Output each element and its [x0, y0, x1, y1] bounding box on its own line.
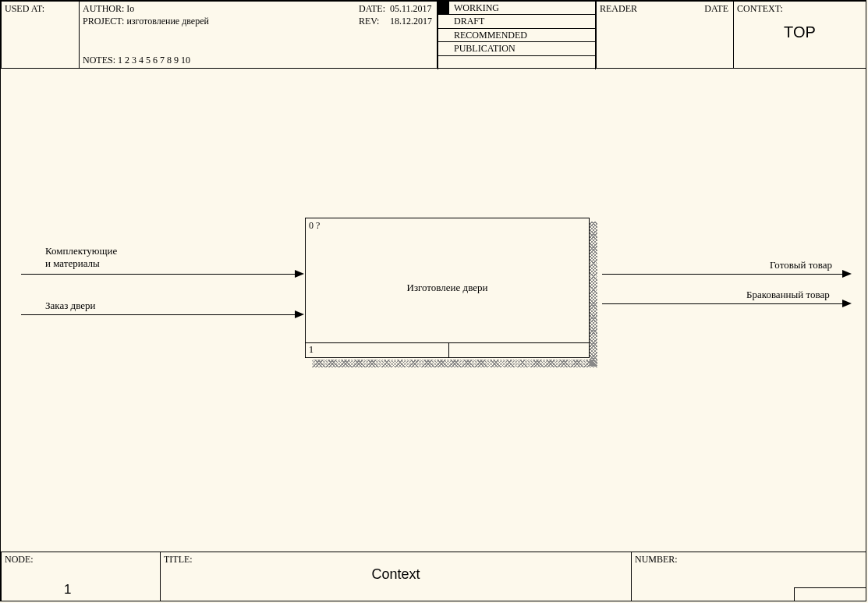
- context-value: TOP: [734, 23, 866, 41]
- output-arrow-2-line: [602, 303, 844, 304]
- activity-bottom-id: 1: [306, 343, 449, 357]
- diagram-canvas: 0 ? Изготовлеие двери 1 Комплектующие и …: [2, 69, 865, 549]
- output-arrow-2-head: [842, 300, 852, 307]
- title-value: Context: [161, 566, 631, 583]
- title-label: TITLE:: [164, 554, 193, 566]
- project-label: PROJECT:: [83, 16, 124, 27]
- input-arrow-2-label: Заказ двери: [45, 300, 95, 312]
- status-working-marker: [437, 1, 449, 14]
- status-publication: PUBLICATION: [438, 42, 595, 55]
- project-value: изготовление дверей: [126, 16, 208, 27]
- rev-value: 18.12.2017: [390, 15, 432, 27]
- node-value: 1: [64, 582, 71, 598]
- header-context: CONTEXT: TOP: [733, 1, 866, 69]
- input-arrow-2-head: [295, 310, 304, 318]
- number-label: NUMBER:: [635, 554, 678, 566]
- activity-box: 0 ? Изготовлеие двери 1: [305, 218, 590, 358]
- notes-row: NOTES: 1 2 3 4 5 6 7 8 9 10: [83, 55, 190, 66]
- date-value: 05.11.2017: [390, 2, 432, 15]
- status-draft: DRAFT: [438, 15, 595, 27]
- status-recommended: RECOMMENDED: [438, 29, 595, 41]
- rev-label: REV:: [359, 15, 385, 27]
- reader-date-label: DATE: [704, 3, 728, 15]
- status-working: WORKING: [438, 2, 595, 14]
- footer-sub-box: [794, 587, 866, 601]
- footer-title: TITLE: Context: [160, 552, 632, 601]
- output-arrow-1-line: [602, 274, 844, 275]
- activity-shadow-bottom: [312, 360, 597, 367]
- header-status: WORKING DRAFT RECOMMENDED PUBLICATION: [437, 1, 597, 69]
- input-arrow-1-label-line1: Комплектующие: [45, 245, 117, 257]
- reader-label: READER: [600, 3, 637, 15]
- used-at-label: USED AT:: [5, 3, 44, 15]
- notes-value: 1 2 3 4 5 6 7 8 9 10: [118, 55, 190, 66]
- header-meta: AUTHOR: Io PROJECT: изготовление дверей …: [79, 1, 437, 69]
- output-arrow-1-head: [842, 270, 852, 278]
- input-arrow-1-label-line2: и материалы: [45, 257, 100, 270]
- output-arrow-1-label: Готовый товар: [770, 259, 832, 271]
- output-arrow-2-label: Бракованный товар: [746, 289, 830, 301]
- author-row: AUTHOR: Io: [83, 3, 134, 15]
- date-label: DATE:: [359, 2, 385, 15]
- header-used-at: USED AT:: [1, 1, 80, 69]
- input-arrow-1-head: [295, 270, 304, 278]
- activity-bottom-right: [449, 343, 589, 357]
- activity-shadow-right: [590, 222, 597, 366]
- author-label: AUTHOR:: [83, 3, 124, 14]
- author-value: Io: [126, 3, 134, 14]
- header-reader: READER DATE: [596, 1, 734, 69]
- date-block: DATE: 05.11.2017 REV: 18.12.2017: [359, 2, 432, 27]
- footer-node: NODE: 1: [1, 552, 161, 601]
- idef0-frame: USED AT: AUTHOR: Io PROJECT: изготовлени…: [0, 0, 866, 601]
- notes-label: NOTES:: [83, 55, 115, 66]
- context-label: CONTEXT:: [737, 3, 783, 15]
- activity-bottom-bar: 1: [306, 342, 589, 357]
- node-label: NODE:: [5, 554, 34, 566]
- activity-title: Изготовлеие двери: [306, 218, 589, 357]
- project-row: PROJECT: изготовление дверей: [83, 16, 209, 27]
- input-arrow-1-line: [21, 274, 296, 275]
- input-arrow-2-line: [21, 314, 296, 315]
